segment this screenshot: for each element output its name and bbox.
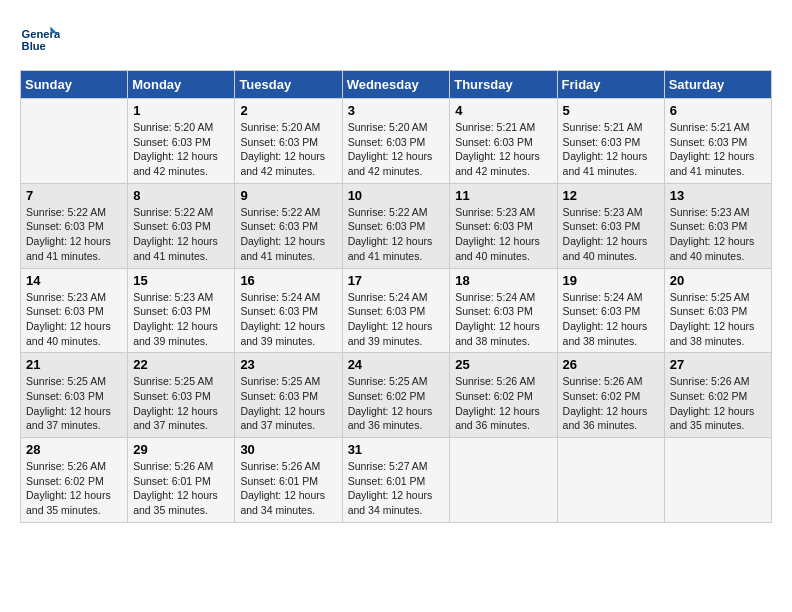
day-number: 21 [26, 357, 122, 372]
calendar-cell [450, 438, 557, 523]
day-info: Sunrise: 5:26 AMSunset: 6:02 PMDaylight:… [563, 374, 659, 433]
day-info: Sunrise: 5:26 AMSunset: 6:02 PMDaylight:… [455, 374, 551, 433]
day-number: 2 [240, 103, 336, 118]
svg-text:Blue: Blue [22, 40, 46, 52]
calendar-cell: 22Sunrise: 5:25 AMSunset: 6:03 PMDayligh… [128, 353, 235, 438]
calendar-cell: 9Sunrise: 5:22 AMSunset: 6:03 PMDaylight… [235, 183, 342, 268]
day-info: Sunrise: 5:25 AMSunset: 6:02 PMDaylight:… [348, 374, 445, 433]
day-number: 4 [455, 103, 551, 118]
calendar-cell: 2Sunrise: 5:20 AMSunset: 6:03 PMDaylight… [235, 99, 342, 184]
calendar-cell: 23Sunrise: 5:25 AMSunset: 6:03 PMDayligh… [235, 353, 342, 438]
calendar-cell: 25Sunrise: 5:26 AMSunset: 6:02 PMDayligh… [450, 353, 557, 438]
header-day-sunday: Sunday [21, 71, 128, 99]
day-info: Sunrise: 5:25 AMSunset: 6:03 PMDaylight:… [26, 374, 122, 433]
calendar-cell: 13Sunrise: 5:23 AMSunset: 6:03 PMDayligh… [664, 183, 771, 268]
day-info: Sunrise: 5:22 AMSunset: 6:03 PMDaylight:… [348, 205, 445, 264]
calendar-cell: 16Sunrise: 5:24 AMSunset: 6:03 PMDayligh… [235, 268, 342, 353]
day-info: Sunrise: 5:21 AMSunset: 6:03 PMDaylight:… [455, 120, 551, 179]
day-number: 14 [26, 273, 122, 288]
day-number: 25 [455, 357, 551, 372]
day-info: Sunrise: 5:25 AMSunset: 6:03 PMDaylight:… [133, 374, 229, 433]
day-info: Sunrise: 5:21 AMSunset: 6:03 PMDaylight:… [563, 120, 659, 179]
day-number: 10 [348, 188, 445, 203]
page-header: General Blue [20, 20, 772, 60]
day-info: Sunrise: 5:23 AMSunset: 6:03 PMDaylight:… [26, 290, 122, 349]
day-number: 23 [240, 357, 336, 372]
day-number: 20 [670, 273, 766, 288]
day-info: Sunrise: 5:20 AMSunset: 6:03 PMDaylight:… [348, 120, 445, 179]
calendar-week-2: 7Sunrise: 5:22 AMSunset: 6:03 PMDaylight… [21, 183, 772, 268]
day-info: Sunrise: 5:26 AMSunset: 6:01 PMDaylight:… [133, 459, 229, 518]
calendar-cell: 20Sunrise: 5:25 AMSunset: 6:03 PMDayligh… [664, 268, 771, 353]
day-number: 17 [348, 273, 445, 288]
day-info: Sunrise: 5:26 AMSunset: 6:01 PMDaylight:… [240, 459, 336, 518]
calendar-cell: 11Sunrise: 5:23 AMSunset: 6:03 PMDayligh… [450, 183, 557, 268]
day-number: 19 [563, 273, 659, 288]
day-number: 11 [455, 188, 551, 203]
calendar-week-5: 28Sunrise: 5:26 AMSunset: 6:02 PMDayligh… [21, 438, 772, 523]
day-number: 8 [133, 188, 229, 203]
day-info: Sunrise: 5:23 AMSunset: 6:03 PMDaylight:… [133, 290, 229, 349]
logo: General Blue [20, 20, 66, 60]
calendar-cell: 15Sunrise: 5:23 AMSunset: 6:03 PMDayligh… [128, 268, 235, 353]
header-day-friday: Friday [557, 71, 664, 99]
header-day-tuesday: Tuesday [235, 71, 342, 99]
calendar-cell: 30Sunrise: 5:26 AMSunset: 6:01 PMDayligh… [235, 438, 342, 523]
calendar-cell: 1Sunrise: 5:20 AMSunset: 6:03 PMDaylight… [128, 99, 235, 184]
calendar-cell: 27Sunrise: 5:26 AMSunset: 6:02 PMDayligh… [664, 353, 771, 438]
day-info: Sunrise: 5:25 AMSunset: 6:03 PMDaylight:… [670, 290, 766, 349]
day-number: 12 [563, 188, 659, 203]
day-info: Sunrise: 5:21 AMSunset: 6:03 PMDaylight:… [670, 120, 766, 179]
day-number: 13 [670, 188, 766, 203]
calendar-cell [664, 438, 771, 523]
calendar-cell [21, 99, 128, 184]
day-number: 5 [563, 103, 659, 118]
header-day-wednesday: Wednesday [342, 71, 450, 99]
day-info: Sunrise: 5:22 AMSunset: 6:03 PMDaylight:… [133, 205, 229, 264]
calendar-cell: 26Sunrise: 5:26 AMSunset: 6:02 PMDayligh… [557, 353, 664, 438]
calendar-header-row: SundayMondayTuesdayWednesdayThursdayFrid… [21, 71, 772, 99]
calendar-cell: 6Sunrise: 5:21 AMSunset: 6:03 PMDaylight… [664, 99, 771, 184]
day-info: Sunrise: 5:24 AMSunset: 6:03 PMDaylight:… [455, 290, 551, 349]
calendar-cell: 18Sunrise: 5:24 AMSunset: 6:03 PMDayligh… [450, 268, 557, 353]
day-number: 24 [348, 357, 445, 372]
day-info: Sunrise: 5:25 AMSunset: 6:03 PMDaylight:… [240, 374, 336, 433]
calendar-cell: 10Sunrise: 5:22 AMSunset: 6:03 PMDayligh… [342, 183, 450, 268]
day-info: Sunrise: 5:22 AMSunset: 6:03 PMDaylight:… [240, 205, 336, 264]
day-info: Sunrise: 5:22 AMSunset: 6:03 PMDaylight:… [26, 205, 122, 264]
calendar-week-1: 1Sunrise: 5:20 AMSunset: 6:03 PMDaylight… [21, 99, 772, 184]
calendar-cell: 3Sunrise: 5:20 AMSunset: 6:03 PMDaylight… [342, 99, 450, 184]
day-number: 3 [348, 103, 445, 118]
calendar-cell: 12Sunrise: 5:23 AMSunset: 6:03 PMDayligh… [557, 183, 664, 268]
day-info: Sunrise: 5:24 AMSunset: 6:03 PMDaylight:… [563, 290, 659, 349]
calendar-cell: 28Sunrise: 5:26 AMSunset: 6:02 PMDayligh… [21, 438, 128, 523]
day-number: 22 [133, 357, 229, 372]
day-number: 7 [26, 188, 122, 203]
day-number: 27 [670, 357, 766, 372]
calendar-cell: 17Sunrise: 5:24 AMSunset: 6:03 PMDayligh… [342, 268, 450, 353]
calendar-cell: 19Sunrise: 5:24 AMSunset: 6:03 PMDayligh… [557, 268, 664, 353]
calendar-cell: 7Sunrise: 5:22 AMSunset: 6:03 PMDaylight… [21, 183, 128, 268]
calendar-cell: 14Sunrise: 5:23 AMSunset: 6:03 PMDayligh… [21, 268, 128, 353]
calendar-cell: 21Sunrise: 5:25 AMSunset: 6:03 PMDayligh… [21, 353, 128, 438]
day-number: 1 [133, 103, 229, 118]
calendar-week-3: 14Sunrise: 5:23 AMSunset: 6:03 PMDayligh… [21, 268, 772, 353]
day-info: Sunrise: 5:26 AMSunset: 6:02 PMDaylight:… [26, 459, 122, 518]
calendar-cell: 4Sunrise: 5:21 AMSunset: 6:03 PMDaylight… [450, 99, 557, 184]
day-info: Sunrise: 5:24 AMSunset: 6:03 PMDaylight:… [348, 290, 445, 349]
day-number: 15 [133, 273, 229, 288]
calendar-table: SundayMondayTuesdayWednesdayThursdayFrid… [20, 70, 772, 523]
logo-icon: General Blue [20, 20, 60, 60]
day-number: 29 [133, 442, 229, 457]
day-number: 9 [240, 188, 336, 203]
day-info: Sunrise: 5:24 AMSunset: 6:03 PMDaylight:… [240, 290, 336, 349]
header-day-saturday: Saturday [664, 71, 771, 99]
calendar-week-4: 21Sunrise: 5:25 AMSunset: 6:03 PMDayligh… [21, 353, 772, 438]
day-number: 31 [348, 442, 445, 457]
day-number: 6 [670, 103, 766, 118]
day-number: 28 [26, 442, 122, 457]
day-info: Sunrise: 5:20 AMSunset: 6:03 PMDaylight:… [133, 120, 229, 179]
day-info: Sunrise: 5:20 AMSunset: 6:03 PMDaylight:… [240, 120, 336, 179]
calendar-cell: 29Sunrise: 5:26 AMSunset: 6:01 PMDayligh… [128, 438, 235, 523]
day-info: Sunrise: 5:23 AMSunset: 6:03 PMDaylight:… [563, 205, 659, 264]
